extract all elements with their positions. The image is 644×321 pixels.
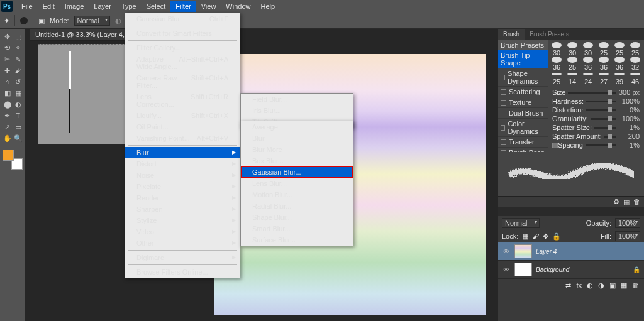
brush-tip[interactable]: 30 <box>550 42 564 57</box>
history-brush-tool[interactable]: ↺ <box>13 77 23 87</box>
menu-item[interactable]: Gaussian Blur... <box>241 166 353 178</box>
menu-item[interactable]: Video <box>125 226 240 237</box>
new-layer-icon[interactable]: ▦ <box>621 281 627 290</box>
menu-item[interactable]: Blur <box>125 147 240 158</box>
visibility-icon[interactable]: 👁 <box>502 265 511 274</box>
brush-tip[interactable]: 27 <box>597 71 611 85</box>
delete-icon[interactable]: 🗑 <box>632 281 639 290</box>
brush-option[interactable]: Brush Pose <box>498 148 548 152</box>
menu-item[interactable]: Lens Correction...Shift+Ctrl+R <box>125 91 240 110</box>
menu-item[interactable]: Stylize <box>125 215 240 226</box>
menu-image[interactable]: Image <box>60 1 89 12</box>
menu-window[interactable]: Window <box>221 1 255 12</box>
slider-row[interactable]: Spatter Size:1% <box>550 123 642 132</box>
brush-tip[interactable]: 36 <box>550 57 564 71</box>
menu-file[interactable]: File <box>16 1 38 12</box>
eraser-tool[interactable]: ◧ <box>3 88 12 98</box>
gradient-tool[interactable]: ▦ <box>13 88 23 98</box>
brush-tip[interactable]: 25 <box>565 57 579 71</box>
foreground-swatch[interactable] <box>3 150 14 161</box>
fx-icon[interactable]: fx <box>576 281 582 290</box>
brush-preset-icon[interactable] <box>20 17 28 24</box>
menu-item[interactable]: Surface Blur... <box>241 234 353 246</box>
brush-tip[interactable]: 36 <box>597 57 611 71</box>
slider-row[interactable]: Hardness:100% <box>550 97 642 106</box>
mask-icon[interactable]: ◐ <box>587 281 593 290</box>
menu-layer[interactable]: Layer <box>89 1 116 12</box>
menu-item[interactable]: Noise <box>125 170 240 181</box>
menu-item[interactable]: Average <box>241 121 353 133</box>
lock-transparent-icon[interactable]: ▦ <box>522 232 528 241</box>
link-icon[interactable]: ⇄ <box>565 281 571 290</box>
heal-tool[interactable]: ✚ <box>3 65 12 75</box>
slider-row[interactable]: Spacing1% <box>550 141 642 150</box>
brush-tip[interactable]: 25 <box>597 42 611 57</box>
layer-row[interactable]: 👁Layer 4 <box>498 242 644 261</box>
menu-filter[interactable]: Filter <box>170 1 196 12</box>
path-tool[interactable]: ↗ <box>3 122 12 132</box>
menu-type[interactable]: Type <box>116 1 142 12</box>
menu-item[interactable]: Sharpen <box>125 204 240 215</box>
tab-brush[interactable]: Brush <box>498 29 525 40</box>
brush-option[interactable]: Color Dynamics <box>498 119 548 137</box>
lasso-tool[interactable]: ⟲ <box>3 43 12 53</box>
brush-tip[interactable]: 25 <box>613 42 626 57</box>
menu-item[interactable]: Blur More <box>241 144 353 155</box>
slider-row[interactable]: Distortion:0% <box>550 106 642 114</box>
brush-tip[interactable]: 36 <box>613 57 626 71</box>
brush-tip[interactable]: 32 <box>628 57 642 71</box>
fill-field[interactable]: 100% <box>615 231 640 241</box>
recycle-icon[interactable]: ♻ <box>613 198 619 206</box>
menu-view[interactable]: View <box>196 1 221 12</box>
zoom-tool[interactable]: 🔍 <box>13 133 23 143</box>
menu-item[interactable]: Render <box>125 192 240 204</box>
menu-edit[interactable]: Edit <box>38 1 60 12</box>
menu-select[interactable]: Select <box>142 1 171 12</box>
brush-option[interactable]: Scattering <box>498 87 548 97</box>
menu-item[interactable]: Radial Blur... <box>241 200 353 212</box>
stamp-tool[interactable]: ⌂ <box>3 77 12 87</box>
menu-item[interactable]: Digimarc <box>125 252 240 263</box>
brush-tip[interactable]: 46 <box>628 71 642 85</box>
brush-tip[interactable]: 14 <box>565 71 579 85</box>
brush-tip[interactable]: 30 <box>581 42 595 57</box>
menu-item[interactable]: Vanishing Point...Alt+Ctrl+V <box>125 133 240 144</box>
layer-row[interactable]: 👁Background🔒 <box>498 261 644 279</box>
visibility-icon[interactable]: 👁 <box>502 247 511 256</box>
slider-row[interactable]: Granularity:100% <box>550 114 642 123</box>
color-swatches[interactable] <box>3 150 23 170</box>
layer-blend-select[interactable]: Normal <box>502 218 540 228</box>
menu-item[interactable]: Convert for Smart Filters <box>125 28 240 39</box>
blend-mode-select[interactable]: Normal <box>74 16 110 26</box>
marquee-tool[interactable]: ⬚ <box>13 31 23 41</box>
menu-item[interactable]: Distort <box>125 158 240 170</box>
brush-tip[interactable]: 30 <box>565 42 579 57</box>
menu-item[interactable]: Blur <box>241 133 353 144</box>
lock-position-icon[interactable]: ✥ <box>543 232 548 241</box>
move-tool[interactable]: ✥ <box>3 31 12 41</box>
type-tool[interactable]: T <box>13 111 23 121</box>
wand-tool[interactable]: ✧ <box>13 43 23 53</box>
brush-tip[interactable]: 25 <box>628 42 642 57</box>
trash-icon[interactable]: 🗑 <box>633 198 640 205</box>
brush-option[interactable]: Dual Brush <box>498 108 548 119</box>
menu-item[interactable]: Shape Blur... <box>241 212 353 223</box>
menu-item[interactable]: Adaptive Wide Angle...Alt+Shift+Ctrl+A <box>125 53 240 72</box>
brush-tip[interactable]: 39 <box>613 71 626 85</box>
new-icon[interactable]: ▦ <box>623 198 630 206</box>
menu-help[interactable]: Help <box>255 1 280 12</box>
menu-item[interactable]: Browse Filters Online... <box>125 266 240 278</box>
menu-item[interactable]: Pixelate <box>125 181 240 192</box>
eyedropper-tool[interactable]: ✎ <box>13 54 23 64</box>
brush-option[interactable]: Transfer <box>498 137 548 148</box>
lock-paint-icon[interactable]: 🖌 <box>532 232 539 240</box>
menu-item[interactable]: Liquify...Shift+Ctrl+X <box>125 110 240 121</box>
menu-item[interactable]: Lens Blur... <box>241 178 353 189</box>
menu-item[interactable]: Oil Paint... <box>125 121 240 133</box>
lock-all-icon[interactable]: 🔒 <box>552 232 561 241</box>
slider-row[interactable]: Spatter Amount:200 <box>550 132 642 141</box>
brush-tool[interactable]: 🖌 <box>13 65 23 75</box>
hand-tool[interactable]: ✋ <box>3 133 12 143</box>
brush-option[interactable]: Brush Tip Shape <box>498 50 548 68</box>
brush-option[interactable]: Shape Dynamics <box>498 68 548 87</box>
